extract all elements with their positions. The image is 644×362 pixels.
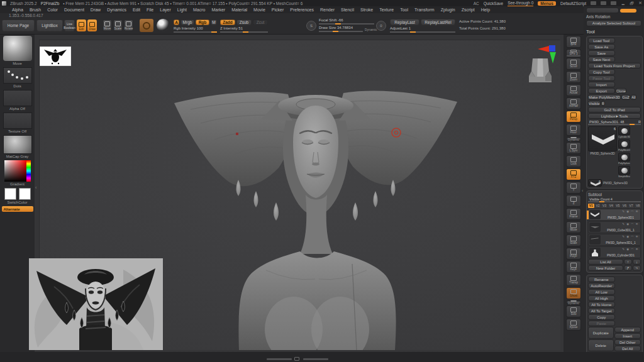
menu-item[interactable]: Movie — [250, 8, 269, 12]
rgb-intensity-handle[interactable] — [211, 31, 217, 33]
menu-item[interactable]: Edit — [130, 8, 143, 12]
solo-button[interactable]: Solo — [566, 305, 581, 317]
import-button[interactable]: Import — [588, 82, 615, 87]
quicksave-button[interactable]: QuickSave — [484, 1, 503, 6]
z-button[interactable]: Z — [566, 195, 581, 207]
recent-tool-thumbnail[interactable]: 6 — [588, 179, 602, 187]
lock-button[interactable]: Lock — [566, 155, 581, 167]
subtool-row-icons[interactable]: ✎ ◉ ◠ 👁 — [601, 247, 640, 251]
aahalf-button[interactable]: AAHalf — [566, 97, 581, 109]
scroll-button[interactable]: Scroll — [566, 58, 581, 70]
viewport-canvas[interactable]: ‹ — [35, 35, 564, 352]
paste-tool-button[interactable]: Paste Tool — [588, 75, 615, 81]
lazy-mouse-icon[interactable]: S — [306, 21, 316, 31]
menu-item[interactable]: Picker — [269, 8, 287, 12]
polyframe-button[interactable]: PolyF — [566, 248, 581, 260]
goz-all-button[interactable]: All — [631, 94, 636, 100]
menu-item[interactable]: Texture — [376, 8, 397, 12]
menu-item[interactable]: Macro — [190, 8, 208, 12]
sculptris-pro-button[interactable] — [140, 19, 153, 32]
adjust-last-handle[interactable] — [410, 31, 416, 33]
menu-item[interactable]: Marker — [208, 8, 228, 12]
menu-item[interactable]: Document — [61, 8, 87, 12]
goz-button[interactable]: GoZ — [621, 94, 630, 100]
list-all-button[interactable]: List All — [588, 259, 623, 265]
tray-partial-control[interactable] — [586, 8, 619, 13]
rgb-button[interactable]: Rgb — [196, 19, 209, 25]
export-button[interactable]: Export — [588, 88, 615, 94]
zsub-button[interactable]: Zsub — [236, 19, 252, 25]
bottom-tray-icon[interactable] — [294, 357, 299, 361]
save-as-button[interactable]: Save As — [588, 44, 615, 50]
all-to-home-button[interactable]: All To Home — [588, 302, 615, 307]
menu-item[interactable]: Transform — [411, 8, 438, 12]
floor-button[interactable]: Floor — [566, 124, 581, 136]
subtool-row-icons[interactable]: ✎ ◉ ◠ 👁 — [601, 209, 640, 213]
save-next-button[interactable]: Save Next — [588, 57, 615, 62]
close-button[interactable]: ✕ — [638, 1, 642, 6]
duplicate-button[interactable]: Duplicate — [588, 327, 614, 339]
goz-visible-button[interactable]: Visible — [588, 101, 601, 106]
menu-item[interactable]: Preferences — [287, 8, 317, 12]
vtab-2[interactable]: V2 — [595, 204, 601, 208]
menu-item[interactable]: Zscript — [458, 8, 478, 12]
move-gizmo-button[interactable]: Move — [566, 221, 581, 233]
all-low-button[interactable]: All Low — [588, 289, 615, 295]
visible-count-slider[interactable]: Visible Count 4 — [588, 197, 641, 202]
spix-slider[interactable]: SPix 3 — [566, 49, 581, 57]
tray-partial-slider[interactable] — [620, 9, 636, 13]
xpose-button[interactable]: Xpose — [566, 319, 581, 331]
vtab-3[interactable]: V3 — [601, 204, 608, 208]
tool-select-slider[interactable]: PM3D_Sphere3D1. 48 R — [588, 120, 641, 125]
subtool-row-icons[interactable]: ✎ ◉ ◠ 👁 — [601, 234, 640, 238]
hue-strip[interactable] — [26, 160, 31, 182]
focal-shift-handle[interactable] — [335, 23, 341, 25]
minimize-button[interactable]: 🗕 — [621, 1, 625, 6]
persp-button[interactable]: Persp — [566, 111, 581, 123]
move-button[interactable]: Move — [103, 19, 112, 31]
goz-r-button[interactable]: R — [601, 101, 605, 106]
tool-r-button[interactable]: R — [638, 120, 641, 124]
menu-item[interactable]: Layer — [157, 8, 174, 12]
make-polymesh3d-button[interactable]: Make PolyMesh3D — [588, 94, 621, 100]
material-selector[interactable] — [3, 135, 32, 154]
document-area[interactable] — [39, 40, 560, 349]
left-tray-collapse-arrow[interactable]: ‹ — [35, 185, 36, 190]
ghost-button[interactable]: Ghost — [566, 287, 581, 299]
menu-item[interactable]: Light — [174, 8, 190, 12]
secondary-color-swatch[interactable] — [19, 188, 31, 200]
paste-button[interactable]: Paste — [588, 321, 615, 326]
clone-button[interactable]: Clone — [616, 88, 627, 94]
vtab-5[interactable]: V5 — [615, 204, 621, 208]
subtool-pm3d-sphere3d1[interactable]: ✎ ◉ ◠ 👁 PM3D_Sphere3D1 — [588, 209, 641, 221]
append-button[interactable]: Append — [614, 327, 641, 332]
copy-tool-button[interactable]: Copy Tool — [588, 69, 615, 75]
ui-config-icon[interactable] — [611, 1, 616, 5]
dynamic-label[interactable]: Dynamic — [566, 137, 581, 141]
focal-shift-slider[interactable]: Focal Shift -66 — [319, 18, 374, 25]
tool-polysphere[interactable]: PolySphere — [618, 153, 630, 165]
camview-gizmo[interactable] — [529, 43, 560, 82]
z-intensity-slider[interactable]: Z Intensity 51 — [220, 26, 268, 33]
folder-up-button[interactable]: ↱ — [624, 265, 632, 271]
dynamic-draw-size-toggle[interactable]: Dynamic — [365, 28, 377, 31]
anchor-a-button[interactable]: A — [174, 19, 179, 25]
menu-item[interactable]: File — [143, 8, 157, 12]
z-intensity-handle[interactable] — [243, 31, 248, 33]
zoom-button[interactable]: Zoom — [566, 71, 581, 83]
menu-item[interactable]: Stencil — [338, 8, 357, 12]
copy-button[interactable]: Copy — [588, 314, 615, 320]
active-tool-thumbnail[interactable]: 6 — [588, 126, 617, 151]
menu-item[interactable]: Render — [317, 8, 338, 12]
restore-button[interactable]: 🗗 — [630, 1, 634, 6]
replay-last-button[interactable]: ReplayLast — [390, 19, 419, 25]
draw-size-handle[interactable] — [333, 31, 338, 32]
lsym-button[interactable]: L.Sym — [566, 142, 581, 154]
tool-palette-title[interactable]: Tool — [586, 29, 643, 35]
camview-head[interactable] — [529, 58, 552, 82]
bpr-button[interactable]: BPR — [566, 36, 581, 48]
menu-item[interactable]: Brush — [26, 8, 44, 12]
tool-cylinder3d[interactable]: Cylinder3D — [618, 126, 630, 139]
default-zscript-button[interactable]: DefaultZScript — [560, 1, 586, 6]
menu-item[interactable]: Material — [228, 8, 250, 12]
